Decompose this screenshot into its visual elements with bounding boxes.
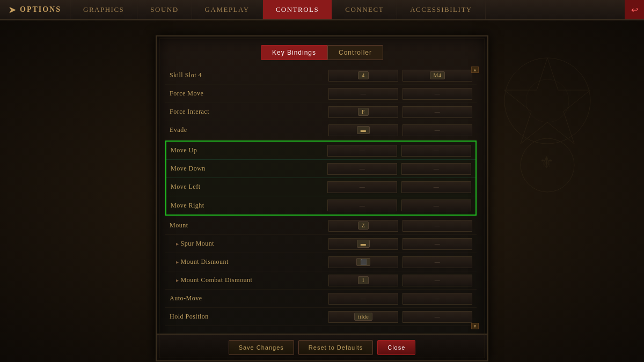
binding-label-skill-slot-4: Skill Slot 4	[167, 71, 326, 79]
binding-row-mount-combat-dismount: Mount Combat Dismount 1	[165, 271, 477, 290]
binding-row-auto-move: Auto-Move	[165, 290, 477, 308]
key-slot-move-up-primary[interactable]	[327, 145, 397, 157]
scroll-up-arrow[interactable]: ▲	[471, 67, 479, 73]
tab-graphics[interactable]: GRAPHICS	[70, 0, 137, 19]
binding-label-move-down: Move Down	[169, 165, 325, 173]
key-slot-evade-secondary[interactable]	[402, 124, 472, 136]
tab-connect[interactable]: CONNECT	[332, 0, 397, 19]
close-button[interactable]: Close	[377, 340, 415, 355]
tab-controls[interactable]: CONTROLS	[263, 0, 333, 19]
binding-label-move-right: Move Right	[169, 202, 325, 210]
key-evade: ▬	[357, 126, 370, 134]
options-logo[interactable]: ➤ OPTIONS	[0, 0, 70, 19]
key-slot-skill-slot-4-primary[interactable]: 4	[328, 70, 398, 82]
exit-button[interactable]: ↩	[625, 0, 644, 19]
key-slot-move-up-secondary[interactable]	[401, 145, 471, 157]
key-slot-force-interact-primary[interactable]: F	[328, 106, 398, 118]
binding-row-force-move: Force Move	[165, 85, 477, 103]
bottom-bar: Save Changes Reset to Defaults Close	[157, 334, 487, 360]
key-slot-move-left-secondary[interactable]	[401, 181, 471, 193]
key-f: F	[358, 108, 369, 116]
bindings-container: ▲ Skill Slot 4 4 M4 Force Move Force Int…	[165, 67, 479, 329]
binding-label-spur-mount: Spur Mount	[167, 240, 326, 248]
key-slot-force-move-primary[interactable]	[328, 88, 398, 100]
binding-row-mount: Mount Z	[165, 217, 477, 235]
key-m4: M4	[430, 71, 445, 79]
binding-row-move-up: Move Up	[166, 142, 475, 160]
scroll-down-arrow[interactable]: ▼	[471, 323, 479, 329]
key-slot-move-right-primary[interactable]	[327, 200, 397, 211]
binding-label-move-left: Move Left	[169, 183, 325, 191]
binding-label-force-move: Force Move	[167, 90, 326, 98]
key-slot-force-interact-secondary[interactable]	[402, 106, 472, 118]
key-slot-spur-mount-secondary[interactable]	[402, 238, 472, 250]
binding-label-move-up: Move Up	[169, 146, 325, 154]
key-slot-mount-dismount-secondary[interactable]	[402, 256, 472, 268]
binding-label-force-interact: Force Interact	[167, 108, 326, 116]
binding-label-evade: Evade	[167, 126, 326, 134]
key-slot-auto-move-primary[interactable]	[328, 293, 398, 305]
binding-label-mount-combat-dismount: Mount Combat Dismount	[167, 276, 326, 284]
save-changes-button[interactable]: Save Changes	[229, 340, 294, 355]
binding-label-hold-position: Hold Position	[167, 313, 326, 321]
svg-text:⚜: ⚜	[539, 153, 554, 171]
key-1: 1	[358, 276, 369, 284]
movement-group: Move Up Move Down Move Left	[165, 141, 477, 216]
svg-point-1	[526, 79, 569, 122]
controller-tab[interactable]: Controller	[327, 45, 383, 60]
key-4: 4	[358, 71, 369, 79]
key-slot-mount-dismount-primary[interactable]: ⬛	[328, 256, 398, 268]
binding-row-move-left: Move Left	[166, 178, 475, 196]
tab-gameplay[interactable]: GAMEPLAY	[192, 0, 263, 19]
keybindings-tab[interactable]: Key Bindings	[261, 45, 327, 60]
key-mount-dismount: ⬛	[356, 258, 371, 266]
key-slot-mount-combat-dismount-primary[interactable]: 1	[328, 275, 398, 286]
key-slot-mount-primary[interactable]: Z	[328, 220, 398, 232]
binding-row-spur-mount: Spur Mount ▬	[165, 235, 477, 253]
key-z: Z	[358, 221, 369, 230]
key-slot-mount-combat-dismount-secondary[interactable]	[402, 275, 472, 286]
tab-sound[interactable]: SOUND	[137, 0, 192, 19]
key-slot-force-move-secondary[interactable]	[402, 88, 472, 100]
background-decoration: ⚜	[494, 47, 601, 208]
bindings-scroll[interactable]: Skill Slot 4 4 M4 Force Move Force Inter…	[165, 67, 479, 329]
reset-defaults-button[interactable]: Reset to Defaults	[298, 340, 373, 355]
binding-row-force-interact: Force Interact F	[165, 103, 477, 121]
key-tilde: tilde	[354, 313, 372, 321]
key-slot-skill-slot-4-secondary[interactable]: M4	[402, 70, 472, 82]
binding-label-mount: Mount	[167, 221, 326, 230]
key-slot-hold-position-primary[interactable]: tilde	[328, 311, 398, 323]
svg-point-2	[521, 138, 574, 192]
binding-row-skill-slot-4: Skill Slot 4 4 M4	[165, 67, 477, 85]
top-navigation: ➤ OPTIONS GRAPHICS SOUND GAMEPLAY CONTRO…	[0, 0, 644, 20]
nav-tabs: GRAPHICS SOUND GAMEPLAY CONTROLS CONNECT…	[70, 0, 486, 19]
svg-point-0	[504, 58, 590, 144]
exit-icon: ↩	[631, 5, 638, 15]
key-slot-evade-primary[interactable]: ▬	[328, 124, 398, 136]
binding-row-move-down: Move Down	[166, 160, 475, 178]
options-panel: Key Bindings Controller ▲ Skill Slot 4 4…	[156, 35, 488, 361]
key-slot-move-down-primary[interactable]	[327, 163, 397, 175]
binding-row-move-right: Move Right	[166, 196, 475, 215]
key-spur-mount: ▬	[357, 240, 370, 248]
main-area: ⚜ Key Bindings Controller ▲ Skill Slot 4…	[0, 20, 644, 362]
key-slot-hold-position-secondary[interactable]	[402, 311, 472, 323]
arrow-icon: ➤	[9, 5, 17, 15]
binding-row-mount-dismount: Mount Dismount ⬛	[165, 253, 477, 271]
key-slot-move-down-secondary[interactable]	[401, 163, 471, 175]
key-slot-move-right-secondary[interactable]	[401, 200, 471, 211]
key-slot-spur-mount-primary[interactable]: ▬	[328, 238, 398, 250]
binding-row-evade: Evade ▬	[165, 121, 477, 139]
logo-label: OPTIONS	[20, 5, 61, 14]
key-slot-mount-secondary[interactable]	[402, 220, 472, 232]
key-slot-auto-move-secondary[interactable]	[402, 293, 472, 305]
key-slot-move-left-primary[interactable]	[327, 181, 397, 193]
binding-label-auto-move: Auto-Move	[167, 294, 326, 302]
panel-tab-bar: Key Bindings Controller	[157, 36, 487, 67]
binding-label-mount-dismount: Mount Dismount	[167, 258, 326, 266]
tab-accessibility[interactable]: ACCESSIBILITY	[397, 0, 486, 19]
binding-row-hold-position: Hold Position tilde	[165, 308, 477, 326]
